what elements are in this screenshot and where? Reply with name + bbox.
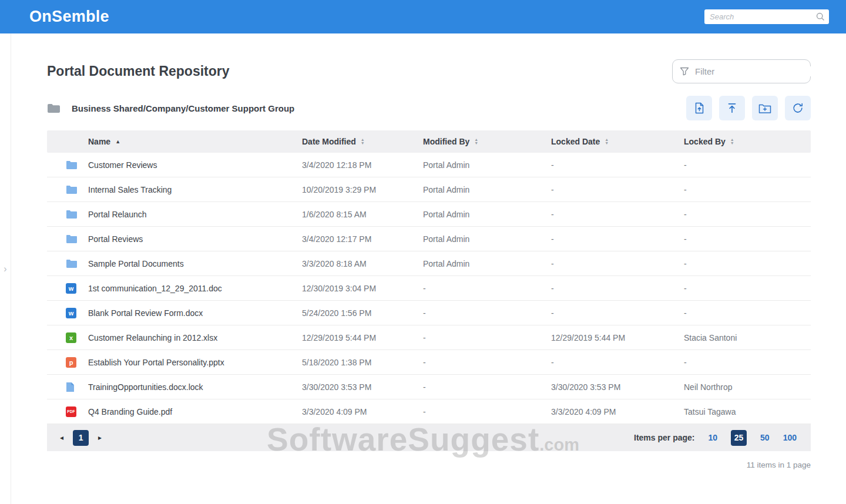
- table-row[interactable]: x Customer Relaunching in 2012.xlsx 12/2…: [47, 325, 811, 350]
- prev-page-button[interactable]: ◂: [60, 434, 63, 442]
- file-name[interactable]: Internal Sales Tracking: [88, 185, 302, 194]
- folder-icon: [47, 160, 88, 169]
- locked-by: -: [684, 234, 811, 244]
- file-name[interactable]: Sample Portal Documents: [88, 259, 302, 268]
- move-up-icon: [726, 102, 738, 114]
- file-icon: [47, 382, 88, 392]
- file-name[interactable]: Q4 Branding Guide.pdf: [88, 407, 302, 416]
- items-per-page-label: Items per page:: [634, 433, 694, 442]
- modified-by: Portal Admin: [423, 259, 551, 268]
- modified-by: -: [423, 333, 551, 342]
- search-icon[interactable]: [816, 12, 825, 23]
- items-per-page-option-10[interactable]: 10: [708, 433, 717, 442]
- modified-by: Portal Admin: [423, 185, 551, 194]
- table-row[interactable]: Portal Reviews 3/4/2020 12:17 PM Portal …: [47, 227, 811, 251]
- table-row[interactable]: p Establish Your Portal Personality.pptx…: [47, 350, 811, 375]
- modified-by: -: [423, 308, 551, 318]
- filter-funnel-icon: [680, 67, 689, 76]
- upload-file-button[interactable]: [686, 96, 712, 120]
- excel-icon: x: [47, 332, 88, 343]
- sort-icon: ▲▼: [361, 138, 365, 145]
- app-logo[interactable]: OnSemble: [29, 8, 109, 26]
- file-name[interactable]: 1st communication_12_29_2011.doc: [88, 284, 302, 293]
- table-body: Customer Reviews 3/4/2020 12:18 PM Porta…: [47, 153, 811, 424]
- locked-by: -: [684, 259, 811, 268]
- locked-date: -: [551, 358, 684, 367]
- file-name[interactable]: Customer Relaunching in 2012.xlsx: [88, 333, 302, 342]
- date-modified: 3/3/2020 8:18 AM: [302, 259, 423, 268]
- collapsed-sidebar: ›: [0, 33, 11, 504]
- sort-icon: ▲▼: [605, 138, 609, 145]
- expand-sidebar-chevron[interactable]: ›: [4, 264, 6, 274]
- table-row[interactable]: Sample Portal Documents 3/3/2020 8:18 AM…: [47, 251, 811, 276]
- new-folder-icon: [758, 103, 771, 114]
- locked-by: -: [684, 210, 811, 219]
- toolbar: [686, 96, 811, 120]
- page-title: Portal Document Repository: [47, 63, 230, 79]
- locked-date: -: [551, 259, 684, 268]
- modified-by: Portal Admin: [423, 210, 551, 219]
- table-row[interactable]: w 1st communication_12_29_2011.doc 12/30…: [47, 276, 811, 301]
- sort-icon: ▲▼: [730, 138, 734, 145]
- refresh-icon: [792, 102, 804, 114]
- table-row[interactable]: Internal Sales Tracking 10/20/2019 3:29 …: [47, 177, 811, 202]
- file-name[interactable]: Portal Relaunch: [88, 210, 302, 219]
- table-row[interactable]: w Blank Portal Review Form.docx 5/24/202…: [47, 301, 811, 325]
- file-name[interactable]: Establish Your Portal Personality.pptx: [88, 358, 302, 367]
- items-per-page-option-100[interactable]: 100: [783, 433, 797, 442]
- main-content: Portal Document Repository Business Shar…: [11, 33, 846, 469]
- column-header-modified-by[interactable]: Modified By ▲▼: [423, 137, 551, 146]
- sort-asc-icon: ▲: [115, 139, 120, 145]
- column-header-locked-by[interactable]: Locked By ▲▼: [684, 137, 811, 146]
- locked-date: -: [551, 160, 684, 170]
- next-page-button[interactable]: ▸: [98, 434, 102, 442]
- date-modified: 12/30/2019 3:04 PM: [302, 284, 423, 293]
- folder-icon: [47, 210, 88, 219]
- top-bar: OnSemble: [0, 0, 846, 33]
- date-modified: 3/3/2020 4:09 PM: [302, 407, 423, 416]
- powerpoint-icon: p: [47, 357, 88, 368]
- items-per-page-option-50[interactable]: 50: [760, 433, 770, 442]
- modified-by: -: [423, 382, 551, 392]
- current-page-button[interactable]: 1: [73, 430, 89, 446]
- table-row[interactable]: Portal Relaunch 1/6/2020 8:15 AM Portal …: [47, 202, 811, 227]
- search-input[interactable]: [704, 9, 829, 24]
- upload-file-icon: [694, 102, 705, 114]
- date-modified: 5/18/2020 1:38 PM: [302, 358, 423, 367]
- date-modified: 12/29/2019 5:44 PM: [302, 333, 423, 342]
- locked-date: 3/3/2020 4:09 PM: [551, 407, 684, 416]
- date-modified: 3/4/2020 12:17 PM: [302, 234, 423, 244]
- items-per-page-option-25[interactable]: 25: [731, 430, 747, 446]
- table-row[interactable]: PDF Q4 Branding Guide.pdf 3/3/2020 4:09 …: [47, 399, 811, 424]
- locked-by: -: [684, 185, 811, 194]
- table-row[interactable]: TrainingOpportunities.docx.lock 3/30/202…: [47, 375, 811, 399]
- file-name[interactable]: Portal Reviews: [88, 234, 302, 244]
- column-header-name[interactable]: Name ▲: [88, 137, 302, 146]
- column-header-date-modified[interactable]: Date Modified ▲▼: [302, 137, 423, 146]
- file-name[interactable]: Blank Portal Review Form.docx: [88, 308, 302, 318]
- word-icon: w: [47, 308, 88, 318]
- folder-icon: [47, 234, 88, 243]
- refresh-button[interactable]: [785, 96, 811, 120]
- column-header-locked-date[interactable]: Locked Date ▲▼: [551, 137, 684, 146]
- locked-date: 12/29/2019 5:44 PM: [551, 333, 684, 342]
- pagination-bar: ◂ 1 ▸ Items per page: 102550100: [47, 424, 811, 451]
- table-row[interactable]: Customer Reviews 3/4/2020 12:18 PM Porta…: [47, 153, 811, 177]
- locked-by: -: [684, 284, 811, 293]
- file-name[interactable]: Customer Reviews: [88, 160, 302, 170]
- locked-date: -: [551, 284, 684, 293]
- locked-date: 3/30/2020 3:53 PM: [551, 382, 684, 392]
- search-box: [704, 9, 829, 24]
- items-summary: 11 items in 1 page: [47, 461, 811, 469]
- word-icon: w: [47, 283, 88, 294]
- new-folder-button[interactable]: [752, 96, 778, 120]
- locked-by: -: [684, 160, 811, 170]
- move-up-button[interactable]: [719, 96, 745, 120]
- filter-box: [672, 59, 811, 83]
- modified-by: -: [423, 358, 551, 367]
- filter-input[interactable]: [695, 66, 812, 76]
- breadcrumb: Business Shared/Company/Customer Support…: [72, 103, 294, 113]
- file-name[interactable]: TrainingOpportunities.docx.lock: [88, 382, 302, 392]
- modified-by: Portal Admin: [423, 234, 551, 244]
- locked-date: -: [551, 234, 684, 244]
